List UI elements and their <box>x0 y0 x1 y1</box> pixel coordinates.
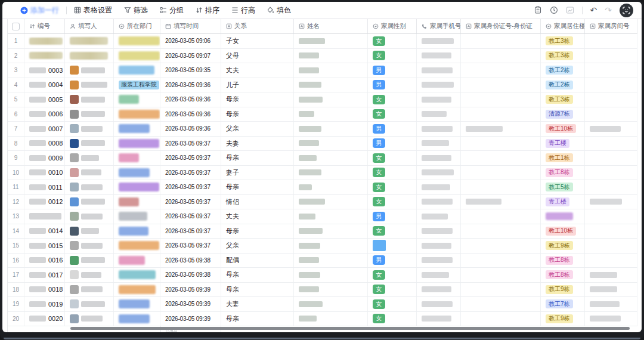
cell-building[interactable]: 教工10栋 <box>541 224 585 239</box>
cell-phone[interactable] <box>417 49 461 63</box>
cell-department[interactable] <box>114 63 160 78</box>
cell-phone[interactable] <box>417 151 461 165</box>
cell-serial[interactable]: 0014 <box>24 224 65 239</box>
cell-building[interactable]: 教工9栋 <box>541 312 585 326</box>
cell-writer[interactable] <box>65 34 114 48</box>
cell-serial[interactable]: 0011 <box>24 180 65 194</box>
cell-serial[interactable]: 0018 <box>24 283 65 297</box>
cell-building[interactable]: 教工9栋 <box>541 239 585 253</box>
cell-phone[interactable] <box>417 254 461 268</box>
cell-writer[interactable] <box>65 49 114 63</box>
cell-department[interactable] <box>114 107 160 122</box>
cell-gender[interactable]: 女 <box>368 312 417 326</box>
row-number[interactable]: 1 <box>8 34 24 48</box>
cell-gender[interactable]: 女 <box>368 195 417 209</box>
cell-room[interactable] <box>585 137 637 151</box>
cell-phone[interactable] <box>417 78 461 92</box>
cell-relation[interactable]: 丈夫 <box>221 209 294 224</box>
cell-department[interactable] <box>114 224 160 239</box>
cell-room[interactable] <box>585 122 637 136</box>
cell-name[interactable] <box>294 92 368 107</box>
cell-department[interactable] <box>114 283 160 297</box>
sort-button[interactable]: 排序 <box>196 5 219 16</box>
cell-time[interactable]: 2026-03-05 09:39 <box>160 297 221 311</box>
cell-room[interactable] <box>585 49 637 63</box>
cell-room[interactable] <box>585 166 637 180</box>
cell-time[interactable]: 2026-03-05 09:36 <box>160 122 221 136</box>
history-icon[interactable] <box>550 6 558 14</box>
cell-building[interactable]: 清源7栋 <box>541 107 585 122</box>
cell-writer[interactable] <box>65 63 114 78</box>
cell-time[interactable]: 2026-03-05 09:37 <box>160 137 221 151</box>
cell-writer[interactable] <box>65 254 114 268</box>
row-number[interactable]: 18 <box>8 283 24 297</box>
cell-idcard[interactable] <box>461 224 541 239</box>
cell-phone[interactable] <box>417 34 461 48</box>
cell-phone[interactable] <box>417 195 461 209</box>
column-header-rownum[interactable] <box>8 19 24 33</box>
cell-time[interactable]: 2026-03-05 09:38 <box>160 254 221 268</box>
cell-idcard[interactable] <box>461 49 541 63</box>
cell-building[interactable]: 教工5栋 <box>541 180 585 194</box>
cell-time[interactable]: 2026-03-05 09:37 <box>160 195 221 209</box>
row-number[interactable]: 6 <box>8 107 24 122</box>
cell-gender[interactable]: 女 <box>368 92 417 107</box>
cell-writer[interactable] <box>65 180 114 194</box>
cell-serial[interactable]: 0009 <box>24 151 65 165</box>
cell-serial[interactable]: 0004 <box>24 78 65 92</box>
row-number[interactable]: 19 <box>8 297 24 311</box>
column-header-name[interactable]: 姓名 <box>294 19 368 33</box>
cell-gender[interactable]: 女 <box>368 297 417 311</box>
cell-relation[interactable]: 母亲 <box>221 283 294 297</box>
cell-idcard[interactable] <box>461 107 541 122</box>
cell-room[interactable] <box>585 180 637 194</box>
cell-relation[interactable]: 子女 <box>221 34 294 48</box>
cell-serial[interactable]: 0003 <box>24 63 65 78</box>
row-number[interactable]: 14 <box>8 224 24 239</box>
cell-phone[interactable] <box>417 239 461 253</box>
column-header-dept[interactable]: 所在部门 <box>114 19 160 33</box>
cell-serial[interactable]: 0019 <box>24 297 65 311</box>
cell-department[interactable] <box>114 92 160 107</box>
cell-serial[interactable]: 0015 <box>24 239 65 253</box>
add-row-footer[interactable]: + <box>8 326 65 332</box>
cell-name[interactable] <box>294 78 368 92</box>
avatar-scan-icon[interactable] <box>620 4 633 17</box>
cell-idcard[interactable] <box>461 312 541 326</box>
cell-serial[interactable] <box>24 209 65 224</box>
cell-relation[interactable]: 妻子 <box>221 166 294 180</box>
cell-room[interactable] <box>585 297 637 311</box>
cell-building[interactable]: 教工3栋 <box>541 49 585 63</box>
cell-relation[interactable]: 母亲 <box>221 92 294 107</box>
cell-serial[interactable]: 0007 <box>24 122 65 136</box>
cell-time[interactable]: 2026-03-05 09:37 <box>160 166 221 180</box>
cell-building[interactable]: 青工楼 <box>541 195 585 209</box>
cell-serial[interactable]: 0020 <box>24 312 65 326</box>
cell-name[interactable] <box>294 297 368 311</box>
cell-time[interactable]: 2026-03-05 09:38 <box>160 268 221 282</box>
cell-relation[interactable]: 父亲 <box>221 122 294 136</box>
cell-room[interactable] <box>585 78 637 92</box>
cell-idcard[interactable] <box>461 268 541 282</box>
cell-serial[interactable]: 0005 <box>24 92 65 107</box>
cell-phone[interactable] <box>417 312 461 326</box>
cell-idcard[interactable] <box>461 78 541 92</box>
cell-room[interactable] <box>585 254 637 268</box>
cell-writer[interactable] <box>65 122 114 136</box>
cell-department[interactable] <box>114 254 160 268</box>
cell-name[interactable] <box>294 312 368 326</box>
cell-name[interactable] <box>294 107 368 122</box>
cell-writer[interactable] <box>65 268 114 282</box>
cell-serial[interactable]: 0006 <box>24 107 65 122</box>
cell-relation[interactable]: 母亲 <box>221 224 294 239</box>
cell-room[interactable] <box>585 92 637 107</box>
cell-gender[interactable]: 男 <box>368 254 417 268</box>
cell-building[interactable]: 教工2栋 <box>541 63 585 78</box>
cell-gender[interactable]: 女 <box>368 34 417 48</box>
cell-gender[interactable]: 男 <box>368 137 417 151</box>
cell-room[interactable] <box>585 63 637 78</box>
cell-writer[interactable] <box>65 151 114 165</box>
row-number[interactable]: 20 <box>8 312 24 326</box>
cell-name[interactable] <box>294 34 368 48</box>
cell-room[interactable] <box>585 239 637 253</box>
